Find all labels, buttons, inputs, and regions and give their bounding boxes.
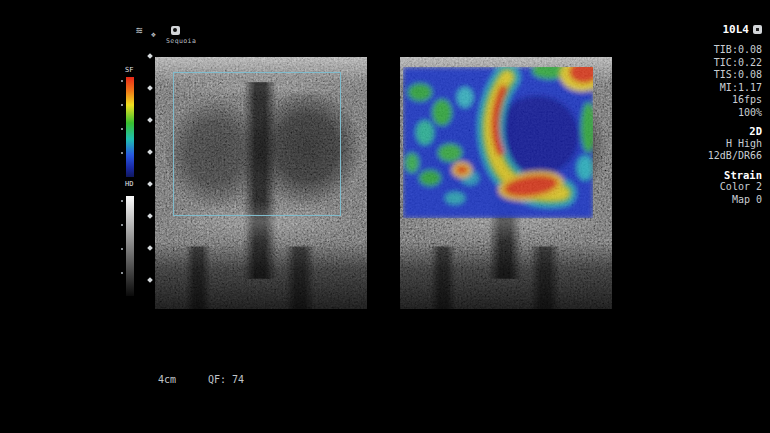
depth-marker [147, 85, 153, 91]
elasto-image-panel [400, 57, 612, 309]
param-tib: TIB:0.08 [708, 44, 762, 57]
depth-marker [147, 181, 153, 187]
scale-tick [121, 272, 123, 274]
scale-tick [121, 248, 123, 250]
param-fps: 16fps [708, 94, 762, 107]
ultrasound-screen: ≋ ❖ Sequoia 10L4 TIB:0.08 TIC:0.22 TIS:0… [0, 0, 770, 433]
transducer-block: 10L4 [723, 23, 763, 36]
scale-tick [121, 200, 123, 202]
elasto-color-scale [126, 77, 134, 177]
elasto-image [400, 57, 612, 309]
depth-label: 4cm [158, 374, 176, 385]
depth-marker [147, 53, 153, 59]
depth-marker [147, 213, 153, 219]
scale-tick [121, 128, 123, 130]
bmode-image-panel [155, 57, 367, 309]
roi-box[interactable] [173, 72, 341, 216]
scale-tick [121, 152, 123, 154]
wave-icon: ≋ [136, 24, 143, 37]
parameter-panel: TIB:0.08 TIC:0.22 TIS:0.08 MI:1.17 16fps… [708, 44, 762, 206]
marker-icon: ❖ [151, 30, 156, 39]
transducer-label: 10L4 [723, 23, 750, 36]
param-h-high: H High [708, 138, 762, 151]
param-map: Map 0 [708, 194, 762, 207]
depth-marker [147, 149, 153, 155]
param-mi: MI:1.17 [708, 82, 762, 95]
brand-label: Sequoia [166, 37, 212, 45]
param-tis: TIS:0.08 [708, 69, 762, 82]
param-color: Color 2 [708, 181, 762, 194]
depth-marker [147, 245, 153, 251]
transducer-icon [753, 25, 762, 34]
param-tic: TIC:0.22 [708, 57, 762, 70]
elasto-overlay [403, 59, 604, 218]
grayscale-bar [126, 196, 134, 296]
elasto-scale-bottom-label: HD [125, 180, 133, 188]
param-power: 100% [708, 107, 762, 120]
strain-header: Strain [708, 169, 762, 182]
mode-2d-header: 2D [708, 125, 762, 138]
depth-marker [147, 117, 153, 123]
scale-tick [121, 224, 123, 226]
elasto-scale-top-label: SF [125, 66, 133, 74]
scale-tick [121, 104, 123, 106]
quality-factor-label: QF: 74 [208, 374, 244, 385]
brand-block: Sequoia [166, 26, 212, 45]
depth-marker [147, 277, 153, 283]
param-db-dr: 12dB/DR66 [708, 150, 762, 163]
sequoia-logo-icon [171, 26, 180, 35]
scale-tick [121, 80, 123, 82]
